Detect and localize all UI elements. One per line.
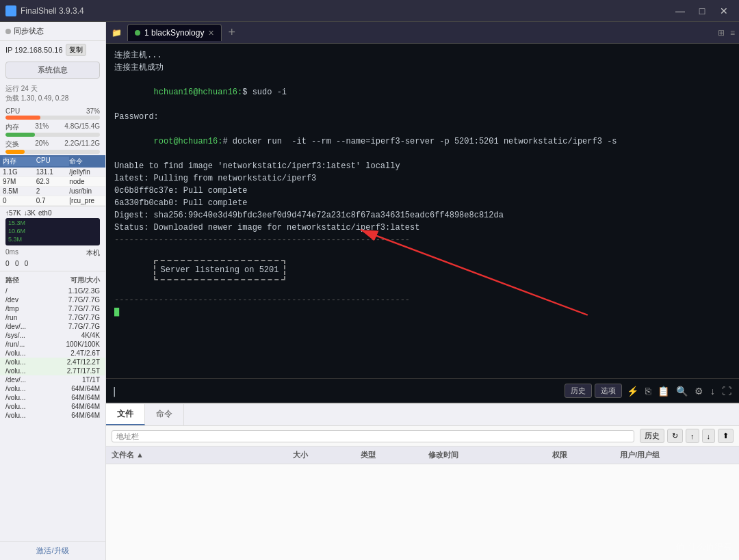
- terminal-line: hchuan16@hchuan16:$ sudo -i: [114, 74, 731, 111]
- proc-col-cmd[interactable]: 命令: [69, 157, 103, 166]
- bottom-tabs: 文件 命令: [106, 404, 739, 426]
- fullscreen-icon[interactable]: ⛶: [720, 384, 734, 398]
- options-button[interactable]: 选项: [595, 384, 622, 398]
- terminal[interactable]: 连接主机... 连接主机成功 hchuan16@hchuan16:$ sudo …: [106, 44, 739, 378]
- terminal-line: ----------------------------------------…: [114, 234, 731, 246]
- ip-row: IP 192.168.50.16 复制: [0, 41, 105, 59]
- sync-status: 同步状态: [0, 22, 105, 41]
- file-table-header: 文件名 ▲ 大小 类型 修改时间 权限 用户/用户组: [106, 446, 739, 464]
- swap-bar: 交换 20% 2.2G/11.2G: [0, 138, 105, 155]
- download-icon[interactable]: ↓: [708, 384, 717, 398]
- net-iface: eth0: [38, 209, 51, 217]
- terminal-line: 6a330fb0cab0: Pull complete: [114, 197, 731, 209]
- tab-close-icon[interactable]: ×: [208, 27, 213, 38]
- network-section: ↑57K ↓3K eth0 15.3M 10.6M 5.3M 0ms 本机 0 …: [0, 206, 105, 271]
- disk-row: /sys/...4K/4K: [0, 331, 105, 340]
- paste-icon[interactable]: 📋: [656, 384, 671, 398]
- disk-row: /volu...2.4T/12.2T: [0, 358, 105, 366]
- sync-status-label: 同步状态: [14, 26, 44, 36]
- cpu-pct: 37%: [86, 107, 100, 115]
- file-download-button[interactable]: ↓: [702, 429, 716, 443]
- col-size[interactable]: 大小: [287, 449, 355, 462]
- settings-icon[interactable]: ⚙: [692, 384, 705, 398]
- history-button[interactable]: 历史: [565, 384, 592, 398]
- grid-icon[interactable]: ⊞: [716, 27, 726, 39]
- proc-row: 97M62.3node: [0, 177, 105, 187]
- bottom-panel: 文件 命令 历史 ↻ ↑ ↓ ⬆ 文件名 ▲ 大小 类型 修改时间: [106, 403, 739, 560]
- app-title: FinalShell 3.9.3.4: [21, 6, 671, 16]
- app-icon: [5, 5, 16, 16]
- net-up: ↑57K: [5, 209, 21, 217]
- swap-label: 交换: [5, 139, 19, 149]
- maximize-button[interactable]: □: [692, 4, 712, 18]
- upgrade-button[interactable]: 激活/升级: [36, 546, 68, 555]
- ip-label: IP 192.168.50.16: [5, 46, 63, 54]
- sidebar: 同步状态 IP 192.168.50.16 复制 系统信息 运行 24 天 负载…: [0, 22, 106, 560]
- sidebar-footer: 激活/升级: [0, 541, 105, 560]
- col-type[interactable]: 类型: [355, 449, 423, 462]
- copy-ip-button[interactable]: 复制: [66, 44, 86, 56]
- close-button[interactable]: ✕: [714, 4, 734, 18]
- disk-col-path: 路径: [5, 276, 53, 285]
- disk-section: 路径 可用/大小 /1.1G/2.3G /dev7.7G/7.7G /tmp7.…: [0, 271, 105, 423]
- menu-icon[interactable]: ≡: [729, 27, 736, 39]
- status-dot: [5, 29, 11, 34]
- titlebar: FinalShell 3.9.3.4 — □ ✕: [0, 0, 739, 22]
- window-controls: — □ ✕: [671, 4, 734, 18]
- mem-label: 内存: [5, 122, 19, 132]
- terminal-line: latest: Pulling from networkstatic/iperf…: [114, 172, 731, 185]
- disk-row: /volu...64M/64M: [0, 384, 105, 393]
- net-graph: 15.3M 10.6M 5.3M: [5, 218, 100, 245]
- ping-vals: 0 0 0: [5, 259, 100, 268]
- col-filename[interactable]: 文件名 ▲: [106, 449, 287, 462]
- tab-file[interactable]: 文件: [106, 404, 145, 425]
- file-refresh-button[interactable]: ↻: [667, 429, 683, 443]
- search-icon[interactable]: 🔍: [674, 384, 690, 398]
- terminal-input-cursor: |: [112, 386, 117, 397]
- terminal-line: 连接主机...: [114, 49, 731, 62]
- terminal-line: Status: Downloaded newer image for netwo…: [114, 222, 731, 234]
- tab-label: 1 blackSynology: [144, 28, 204, 38]
- address-bar[interactable]: [112, 430, 634, 442]
- sysinfo-button[interactable]: 系统信息: [5, 62, 100, 79]
- terminal-line: Unable to find image 'networkstatic/iper…: [114, 160, 731, 172]
- col-owner[interactable]: 用户/用户组: [614, 449, 739, 462]
- terminal-input-row: | 历史 选项 ⚡ ⎘ 📋 🔍 ⚙ ↓ ⛶: [106, 378, 739, 403]
- disk-row: /volu...2.4T/2.6T: [0, 349, 105, 358]
- terminal-line: Password:: [114, 111, 731, 123]
- server-listening-box: Server listening on 5201: [154, 260, 286, 280]
- proc-col-cpu[interactable]: CPU: [36, 157, 70, 166]
- file-up-button[interactable]: ↑: [686, 429, 699, 443]
- tab-command[interactable]: 命令: [145, 404, 184, 425]
- file-history-button[interactable]: 历史: [640, 429, 664, 443]
- file-upload-button[interactable]: ⬆: [718, 429, 734, 443]
- terminal-line: Digest: sha256:99c40e3d49bfdc3eef0d9d474…: [114, 209, 731, 222]
- minimize-button[interactable]: —: [671, 4, 690, 18]
- tab-blacksynology[interactable]: 1 blackSynology ×: [127, 24, 222, 41]
- col-perm[interactable]: 权限: [547, 449, 614, 462]
- proc-col-mem[interactable]: 内存: [3, 157, 36, 166]
- disk-row: /volu...64M/64M: [0, 402, 105, 411]
- process-table-header: 内存 CPU 命令: [0, 155, 105, 168]
- disk-row: /volu...64M/64M: [0, 393, 105, 402]
- disk-row: /volu...64M/64M: [0, 411, 105, 420]
- disk-row: /1.1G/2.3G: [0, 286, 105, 295]
- mem-pct: 31%: [35, 122, 49, 132]
- tab-add-button[interactable]: +: [224, 25, 240, 40]
- proc-row: 1.1G131.1/jellyfin: [0, 168, 105, 177]
- folder-icon[interactable]: 📁: [109, 25, 125, 40]
- lightning-icon[interactable]: ⚡: [625, 384, 640, 398]
- ping-row: 0ms 本机: [5, 247, 100, 259]
- disk-row: /tmp7.7G/7.7G: [0, 304, 105, 313]
- tab-dot: [135, 30, 140, 36]
- content-area: 📁 1 blackSynology × + ⊞ ≡ 连接主机... 连接主机成功…: [106, 22, 739, 560]
- col-mtime[interactable]: 修改时间: [423, 449, 547, 462]
- swap-val: 2.2G/11.2G: [64, 139, 100, 149]
- terminal-line: ----------------------------------------…: [114, 294, 731, 306]
- terminal-line: 0c6b8ff8c37e: Pull complete: [114, 185, 731, 197]
- cpu-label: CPU: [5, 107, 20, 115]
- copy-icon[interactable]: ⎘: [643, 384, 653, 398]
- terminal-toolbar: 历史 选项 ⚡ ⎘ 📋 🔍 ⚙ ↓ ⛶: [565, 384, 734, 398]
- tab-right-icons: ⊞ ≡: [716, 27, 736, 39]
- disk-row: /run7.7G/7.7G: [0, 313, 105, 322]
